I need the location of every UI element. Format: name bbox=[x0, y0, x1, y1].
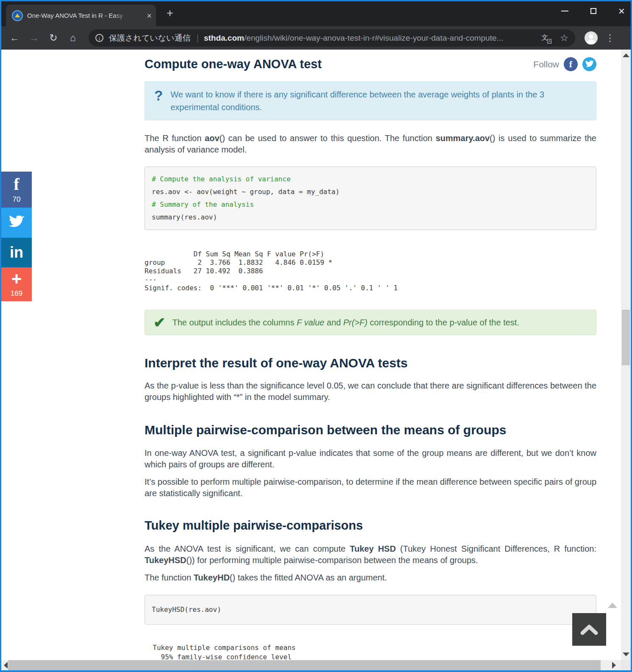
url-host: sthda.com bbox=[204, 33, 244, 43]
paragraph-tukey-2: The function TukeyHD() takes the fitted … bbox=[145, 572, 596, 583]
info-callout: ? We want to know if there is any signif… bbox=[145, 81, 596, 120]
linkedin-share-button[interactable]: in bbox=[1, 238, 32, 267]
facebook-share-count: 70 bbox=[13, 195, 21, 204]
code-line: res.aov <- aov(weight ~ group, data = my… bbox=[152, 186, 589, 198]
info-callout-text: We want to know if there is any signific… bbox=[170, 88, 587, 114]
follow-label: Follow bbox=[533, 59, 559, 69]
follow-twitter-icon[interactable] bbox=[582, 57, 596, 71]
code-line: TukeyHSD(res.aov) bbox=[152, 603, 589, 616]
twitter-share-button[interactable] bbox=[1, 208, 32, 238]
facebook-share-button[interactable]: f 70 bbox=[1, 172, 32, 208]
address-bar[interactable]: i 保護されていない通信 | sthda.com /english/wiki/o… bbox=[89, 29, 575, 47]
success-callout-text: The output includes the columns F value … bbox=[173, 318, 519, 328]
scrollbar-right-arrow-icon[interactable] bbox=[612, 662, 616, 669]
twitter-bird-icon bbox=[9, 216, 24, 230]
section-heading-tukey: Tukey multiple pairwise-comparisons bbox=[145, 519, 596, 533]
scrollbar-up-arrow-icon[interactable] bbox=[623, 53, 629, 57]
section-heading-interpret: Interpret the result of one-way ANOVA te… bbox=[145, 356, 596, 370]
scrollbar-corner bbox=[621, 660, 631, 670]
code-line: summary(res.aov) bbox=[152, 211, 589, 224]
vertical-scrollbar-thumb[interactable] bbox=[622, 310, 630, 365]
page-bottom-up-arrow-icon bbox=[608, 603, 617, 608]
more-share-button[interactable]: + 169 bbox=[1, 267, 32, 301]
profile-avatar[interactable] bbox=[585, 31, 598, 44]
section-heading-pairwise: Multiple pairwise-comparison between the… bbox=[145, 423, 596, 437]
new-tab-button[interactable]: + bbox=[167, 8, 173, 19]
chevron-up-icon bbox=[579, 624, 599, 635]
code-line: # Compute the analysis of variance bbox=[152, 173, 589, 186]
code-block-aov: # Compute the analysis of variance res.a… bbox=[145, 167, 596, 230]
tab-title: One-Way ANOVA Test in R - Easy bbox=[27, 12, 129, 19]
window-minimize-button[interactable] bbox=[561, 11, 568, 11]
browser-tab[interactable]: One-Way ANOVA Test in R - Easy × bbox=[6, 5, 156, 26]
home-icon[interactable]: ⌂ bbox=[63, 32, 83, 44]
forward-icon[interactable]: → bbox=[24, 32, 44, 44]
scrollbar-left-arrow-icon[interactable] bbox=[4, 662, 8, 669]
horizontal-scrollbar-thumb[interactable] bbox=[8, 660, 601, 670]
window-maximize-button[interactable] bbox=[590, 8, 596, 14]
question-mark-icon: ? bbox=[154, 88, 163, 103]
checkmark-icon: ✔ bbox=[153, 315, 166, 330]
page-viewport: f 70 in + 169 Compute one-way ANOVA test… bbox=[1, 50, 621, 660]
browser-tab-strip: One-Way ANOVA Test in R - Easy × + × bbox=[1, 1, 631, 26]
tab-close-icon[interactable]: × bbox=[147, 11, 152, 20]
translate-icon[interactable]: 文 bbox=[541, 33, 551, 42]
social-share-sidebar: f 70 in + 169 bbox=[1, 172, 32, 301]
reload-icon[interactable]: ↻ bbox=[44, 32, 63, 44]
paragraph-aov: The R function aov() can be used to answ… bbox=[145, 133, 596, 156]
paragraph-pairwise-2: It’s possible to perform multiple pairwi… bbox=[145, 476, 596, 499]
code-block-tukey: TukeyHSD(res.aov) bbox=[145, 595, 596, 625]
article-content: Compute one-way ANOVA test Follow f ? We… bbox=[145, 50, 596, 660]
tukey-output: Tukey multiple comparisons of means 95% … bbox=[145, 643, 596, 660]
section-heading-compute-anova: Compute one-way ANOVA test bbox=[145, 57, 322, 71]
url-separator: | bbox=[197, 33, 199, 43]
page-info-icon[interactable]: i bbox=[95, 34, 103, 42]
horizontal-scrollbar[interactable] bbox=[1, 660, 621, 670]
follow-facebook-icon[interactable]: f bbox=[564, 57, 578, 71]
paragraph-tukey-1: As the ANOVA test is significant, we can… bbox=[145, 543, 596, 566]
bookmark-star-icon[interactable]: ☆ bbox=[560, 33, 568, 43]
browser-toolbar: ← → ↻ ⌂ i 保護されていない通信 | sthda.com /englis… bbox=[1, 26, 631, 50]
plus-share-icon: + bbox=[11, 271, 22, 287]
total-share-count: 169 bbox=[11, 289, 22, 298]
paragraph-pairwise-1: In one-way ANOVA test, a significant p-v… bbox=[145, 447, 596, 470]
url-path: /english/wiki/one-way-anova-test-in-r#vi… bbox=[244, 33, 503, 43]
success-callout: ✔ The output includes the columns F valu… bbox=[145, 310, 596, 335]
browser-menu-icon[interactable]: ⋮ bbox=[605, 33, 615, 43]
window-close-button[interactable]: × bbox=[618, 6, 625, 17]
security-status-label: 保護されていない通信 bbox=[109, 33, 191, 44]
linkedin-icon: in bbox=[10, 245, 23, 260]
vertical-scrollbar[interactable] bbox=[621, 50, 631, 660]
paragraph-interpret: As the p-value is less than the signific… bbox=[145, 380, 596, 403]
facebook-icon: f bbox=[14, 176, 19, 193]
code-line: # Summary of the analysis bbox=[152, 198, 589, 211]
scrollbar-down-arrow-icon[interactable] bbox=[623, 653, 629, 656]
back-icon[interactable]: ← bbox=[5, 32, 24, 44]
sthda-favicon-icon bbox=[12, 10, 23, 21]
scroll-to-top-button[interactable] bbox=[572, 613, 606, 646]
anova-summary-output: Df Sum Sq Mean Sq F value Pr(>F) group 2… bbox=[145, 250, 596, 292]
